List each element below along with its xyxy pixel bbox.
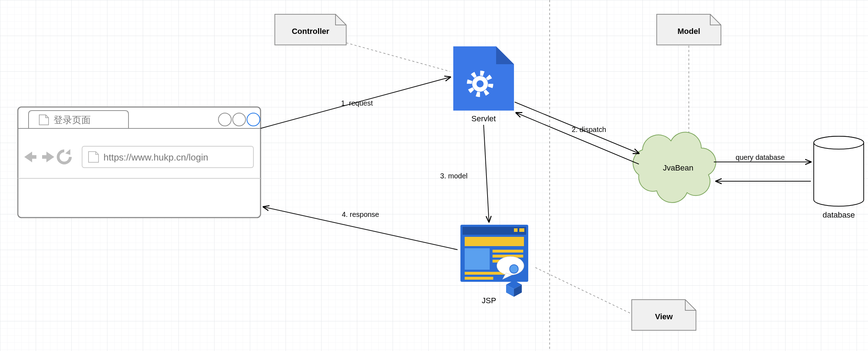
servlet-label: Servlet (471, 114, 496, 123)
browser-window: 登录页面 https://www.hukp.cn/login (18, 107, 261, 218)
note-model: Model (657, 14, 721, 45)
svg-rect-22 (465, 277, 493, 280)
note-model-label: Model (677, 27, 700, 36)
svg-rect-17 (465, 248, 490, 270)
svg-rect-16 (465, 237, 524, 246)
note-view: View (632, 300, 696, 330)
browser-tab-title: 登录页面 (54, 115, 91, 125)
edge-dispatch-label: 2. dispatch (572, 126, 606, 133)
database-icon (814, 136, 864, 206)
svg-rect-14 (514, 228, 518, 232)
svg-point-24 (510, 265, 518, 273)
diagram-canvas: Controller Model View 登录页面 https://www.h… (0, 0, 868, 351)
database-label: database (823, 210, 855, 219)
svg-point-11 (814, 136, 864, 149)
jsp-label: JSP (482, 296, 496, 305)
edge-model-label: 3. model (440, 172, 468, 180)
javabean-label: JvaBean (663, 163, 693, 172)
svg-point-9 (476, 80, 484, 87)
browser-url: https://www.hukp.cn/login (104, 152, 208, 163)
edge-request-label: 1. request (341, 99, 373, 107)
svg-rect-18 (493, 250, 523, 253)
note-controller: Controller (275, 14, 346, 45)
note-view-label: View (655, 312, 673, 321)
svg-point-23 (497, 256, 524, 275)
edge-response-label: 4. response (342, 210, 379, 218)
note-controller-label: Controller (292, 27, 329, 36)
servlet-icon (453, 46, 514, 111)
svg-rect-15 (519, 228, 524, 232)
edge-query-label: query database (736, 153, 785, 161)
